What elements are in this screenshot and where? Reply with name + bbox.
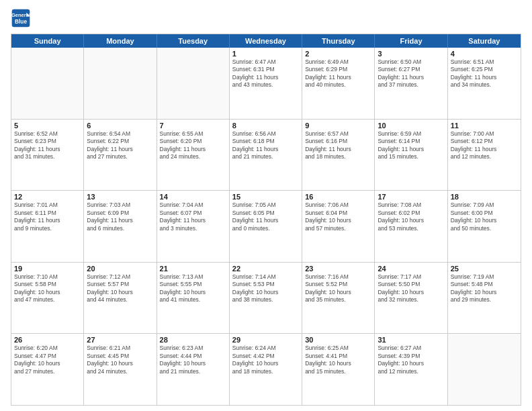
- day-number: 29: [232, 336, 299, 344]
- day-number: 31: [378, 336, 444, 344]
- day-number: 6: [87, 122, 153, 130]
- day-number: 18: [451, 193, 518, 201]
- day-cell: 31Sunrise: 6:27 AM Sunset: 4:39 PM Dayli…: [375, 334, 447, 405]
- day-info: Sunrise: 6:47 AM Sunset: 6:31 PM Dayligh…: [232, 58, 299, 89]
- day-cell: 11Sunrise: 7:00 AM Sunset: 6:12 PM Dayli…: [448, 120, 521, 191]
- day-number: 13: [87, 193, 153, 201]
- day-number: 3: [378, 50, 444, 58]
- day-number: 22: [232, 265, 299, 273]
- day-cell: 30Sunrise: 6:25 AM Sunset: 4:41 PM Dayli…: [302, 334, 375, 405]
- day-cell: 16Sunrise: 7:06 AM Sunset: 6:04 PM Dayli…: [302, 191, 375, 262]
- day-cell: 6Sunrise: 6:54 AM Sunset: 6:22 PM Daylig…: [84, 120, 157, 191]
- day-info: Sunrise: 6:49 AM Sunset: 6:29 PM Dayligh…: [305, 58, 371, 89]
- day-cell: 24Sunrise: 7:17 AM Sunset: 5:50 PM Dayli…: [375, 263, 447, 334]
- day-cell: 17Sunrise: 7:08 AM Sunset: 6:02 PM Dayli…: [375, 191, 447, 262]
- day-cell: 12Sunrise: 7:01 AM Sunset: 6:11 PM Dayli…: [11, 191, 84, 262]
- day-header-saturday: Saturday: [448, 34, 521, 48]
- day-info: Sunrise: 6:54 AM Sunset: 6:22 PM Dayligh…: [87, 130, 153, 161]
- day-info: Sunrise: 6:52 AM Sunset: 6:23 PM Dayligh…: [14, 130, 81, 161]
- day-cell: 20Sunrise: 7:12 AM Sunset: 5:57 PM Dayli…: [84, 263, 157, 334]
- day-number: 14: [160, 193, 226, 201]
- day-info: Sunrise: 7:13 AM Sunset: 5:55 PM Dayligh…: [160, 273, 226, 304]
- day-cell: 2Sunrise: 6:49 AM Sunset: 6:29 PM Daylig…: [302, 48, 375, 119]
- day-cell: [448, 334, 521, 405]
- day-info: Sunrise: 6:57 AM Sunset: 6:16 PM Dayligh…: [305, 130, 371, 161]
- day-info: Sunrise: 7:04 AM Sunset: 6:07 PM Dayligh…: [160, 201, 226, 232]
- day-cell: 9Sunrise: 6:57 AM Sunset: 6:16 PM Daylig…: [302, 120, 375, 191]
- day-cell: 25Sunrise: 7:19 AM Sunset: 5:48 PM Dayli…: [448, 263, 521, 334]
- day-number: 10: [378, 122, 444, 130]
- day-cell: 22Sunrise: 7:14 AM Sunset: 5:53 PM Dayli…: [230, 263, 302, 334]
- day-number: 23: [305, 265, 371, 273]
- day-number: 8: [232, 122, 299, 130]
- day-info: Sunrise: 7:00 AM Sunset: 6:12 PM Dayligh…: [451, 130, 518, 161]
- day-number: 25: [451, 265, 518, 273]
- week-row-2: 5Sunrise: 6:52 AM Sunset: 6:23 PM Daylig…: [11, 119, 521, 191]
- day-headers: SundayMondayTuesdayWednesdayThursdayFrid…: [11, 34, 521, 48]
- day-cell: 19Sunrise: 7:10 AM Sunset: 5:58 PM Dayli…: [11, 263, 84, 334]
- logo-icon: General Blue: [11, 8, 31, 28]
- day-cell: [84, 48, 157, 119]
- day-info: Sunrise: 7:05 AM Sunset: 6:05 PM Dayligh…: [232, 201, 299, 232]
- day-info: Sunrise: 7:17 AM Sunset: 5:50 PM Dayligh…: [378, 273, 444, 304]
- day-header-friday: Friday: [375, 34, 447, 48]
- day-info: Sunrise: 7:08 AM Sunset: 6:02 PM Dayligh…: [378, 201, 444, 232]
- calendar: SundayMondayTuesdayWednesdayThursdayFrid…: [11, 34, 521, 406]
- day-cell: [157, 48, 230, 119]
- day-info: Sunrise: 6:24 AM Sunset: 4:42 PM Dayligh…: [232, 345, 299, 375]
- week-row-4: 19Sunrise: 7:10 AM Sunset: 5:58 PM Dayli…: [11, 262, 521, 334]
- day-cell: 15Sunrise: 7:05 AM Sunset: 6:05 PM Dayli…: [230, 191, 302, 262]
- day-cell: 21Sunrise: 7:13 AM Sunset: 5:55 PM Dayli…: [157, 263, 230, 334]
- day-header-monday: Monday: [84, 34, 157, 48]
- day-info: Sunrise: 6:21 AM Sunset: 4:45 PM Dayligh…: [87, 345, 153, 375]
- day-cell: 27Sunrise: 6:21 AM Sunset: 4:45 PM Dayli…: [84, 334, 157, 405]
- day-number: 28: [160, 336, 226, 344]
- day-number: 11: [451, 122, 518, 130]
- day-info: Sunrise: 6:55 AM Sunset: 6:20 PM Dayligh…: [160, 130, 226, 161]
- day-info: Sunrise: 6:56 AM Sunset: 6:18 PM Dayligh…: [232, 130, 299, 161]
- day-cell: 28Sunrise: 6:23 AM Sunset: 4:44 PM Dayli…: [157, 334, 230, 405]
- day-info: Sunrise: 6:20 AM Sunset: 4:47 PM Dayligh…: [14, 345, 81, 375]
- day-info: Sunrise: 7:09 AM Sunset: 6:00 PM Dayligh…: [451, 201, 518, 232]
- day-info: Sunrise: 6:23 AM Sunset: 4:44 PM Dayligh…: [160, 345, 226, 375]
- day-cell: 4Sunrise: 6:51 AM Sunset: 6:25 PM Daylig…: [448, 48, 521, 119]
- day-cell: 3Sunrise: 6:50 AM Sunset: 6:27 PM Daylig…: [375, 48, 447, 119]
- day-number: 21: [160, 265, 226, 273]
- day-number: 27: [87, 336, 153, 344]
- day-number: 1: [232, 50, 299, 58]
- svg-text:Blue: Blue: [15, 18, 27, 25]
- day-number: 12: [14, 193, 81, 201]
- day-header-thursday: Thursday: [302, 34, 375, 48]
- day-header-sunday: Sunday: [11, 34, 84, 48]
- day-info: Sunrise: 7:19 AM Sunset: 5:48 PM Dayligh…: [451, 273, 518, 304]
- weeks: 1Sunrise: 6:47 AM Sunset: 6:31 PM Daylig…: [11, 48, 521, 405]
- day-number: 26: [14, 336, 81, 344]
- day-info: Sunrise: 7:01 AM Sunset: 6:11 PM Dayligh…: [14, 201, 81, 232]
- day-number: 7: [160, 122, 226, 130]
- day-info: Sunrise: 7:16 AM Sunset: 5:52 PM Dayligh…: [305, 273, 371, 304]
- day-cell: 1Sunrise: 6:47 AM Sunset: 6:31 PM Daylig…: [230, 48, 302, 119]
- day-number: 5: [14, 122, 81, 130]
- day-number: 20: [87, 265, 153, 273]
- day-cell: 23Sunrise: 7:16 AM Sunset: 5:52 PM Dayli…: [302, 263, 375, 334]
- day-number: 30: [305, 336, 371, 344]
- day-number: 17: [378, 193, 444, 201]
- week-row-3: 12Sunrise: 7:01 AM Sunset: 6:11 PM Dayli…: [11, 190, 521, 262]
- week-row-5: 26Sunrise: 6:20 AM Sunset: 4:47 PM Dayli…: [11, 333, 521, 405]
- day-info: Sunrise: 6:51 AM Sunset: 6:25 PM Dayligh…: [451, 58, 518, 89]
- day-info: Sunrise: 7:14 AM Sunset: 5:53 PM Dayligh…: [232, 273, 299, 304]
- day-cell: 29Sunrise: 6:24 AM Sunset: 4:42 PM Dayli…: [230, 334, 302, 405]
- day-number: 9: [305, 122, 371, 130]
- day-info: Sunrise: 7:03 AM Sunset: 6:09 PM Dayligh…: [87, 201, 153, 232]
- day-info: Sunrise: 6:25 AM Sunset: 4:41 PM Dayligh…: [305, 345, 371, 375]
- day-cell: 26Sunrise: 6:20 AM Sunset: 4:47 PM Dayli…: [11, 334, 84, 405]
- page: General Blue SundayMondayTuesdayWednesda…: [0, 0, 532, 411]
- day-number: 2: [305, 50, 371, 58]
- day-info: Sunrise: 7:10 AM Sunset: 5:58 PM Dayligh…: [14, 273, 81, 304]
- day-cell: 14Sunrise: 7:04 AM Sunset: 6:07 PM Dayli…: [157, 191, 230, 262]
- day-cell: 13Sunrise: 7:03 AM Sunset: 6:09 PM Dayli…: [84, 191, 157, 262]
- day-number: 19: [14, 265, 81, 273]
- day-cell: [11, 48, 84, 119]
- day-number: 16: [305, 193, 371, 201]
- day-cell: 18Sunrise: 7:09 AM Sunset: 6:00 PM Dayli…: [448, 191, 521, 262]
